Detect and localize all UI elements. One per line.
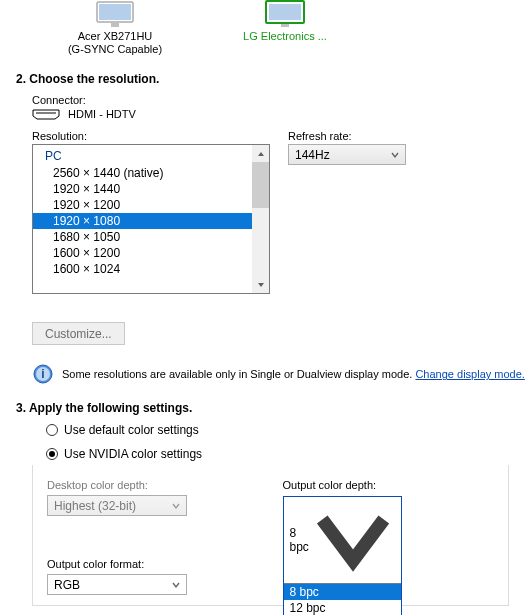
monitor-label: Acer XB271HU (G-SYNC Capable) (60, 30, 170, 56)
resolution-item[interactable]: 1920 × 1080 (33, 213, 252, 229)
dropdown-option[interactable]: 12 bpc (284, 600, 401, 615)
section-2-header: 2. Choose the resolution. (16, 72, 525, 86)
resolution-item[interactable]: 1920 × 1440 (33, 181, 252, 197)
radio-icon (46, 448, 58, 460)
resolution-item[interactable]: 1920 × 1200 (33, 197, 252, 213)
resolution-item[interactable]: 2560 × 1440 (native) (33, 165, 252, 181)
radio-label: Use default color settings (64, 423, 199, 437)
resolution-listbox[interactable]: PC2560 × 1440 (native)1920 × 14401920 × … (32, 144, 270, 294)
section-3-header: 3. Apply the following settings. (16, 401, 525, 415)
resolution-group-header: PC (33, 145, 252, 165)
desktop-color-depth-label: Desktop color depth: (47, 479, 259, 491)
resolution-item[interactable]: 1680 × 1050 (33, 229, 252, 245)
svg-rect-2 (111, 23, 119, 27)
monitor-lg[interactable]: LG Electronics ... (230, 0, 340, 56)
resolution-label: Resolution: (32, 130, 270, 142)
radio-label: Use NVIDIA color settings (64, 447, 202, 461)
dropdown-value: RGB (54, 578, 80, 592)
refresh-rate-value: 144Hz (295, 148, 330, 162)
refresh-rate-label: Refresh rate: (288, 130, 406, 142)
info-text: Some resolutions are available only in S… (62, 368, 525, 380)
scrollbar[interactable] (252, 145, 269, 293)
dropdown-option[interactable]: 8 bpc (284, 584, 401, 600)
change-display-mode-link[interactable]: Change display mode. (415, 368, 524, 380)
monitor-acer[interactable]: Acer XB271HU (G-SYNC Capable) (60, 0, 170, 56)
svg-rect-5 (281, 24, 289, 27)
chevron-down-icon (172, 581, 180, 589)
svg-rect-4 (269, 4, 301, 20)
scroll-down-button[interactable] (252, 276, 269, 293)
hdmi-icon (32, 108, 60, 120)
refresh-rate-dropdown[interactable]: 144Hz (288, 144, 406, 165)
dropdown-value: Highest (32-bit) (54, 499, 136, 513)
chevron-down-icon (312, 499, 394, 581)
svg-rect-1 (99, 4, 131, 20)
monitor-icon (95, 0, 135, 28)
dropdown-value: 8 bpc (290, 526, 313, 554)
desktop-color-depth-dropdown[interactable]: Highest (32-bit) (47, 495, 187, 516)
connector-label: Connector: (32, 94, 525, 106)
info-icon: i (32, 363, 54, 385)
chevron-down-icon (391, 151, 399, 159)
scroll-up-button[interactable] (252, 145, 269, 162)
scroll-thumb[interactable] (252, 162, 269, 208)
scroll-track[interactable] (252, 162, 269, 276)
resolution-item[interactable]: 1600 × 1024 (33, 261, 252, 277)
chevron-down-icon (172, 502, 180, 510)
output-color-depth-label: Output color depth: (283, 479, 495, 491)
radio-icon (46, 424, 58, 436)
output-color-format-label: Output color format: (47, 558, 259, 570)
connector-value: HDMI - HDTV (68, 108, 136, 120)
nvidia-color-group: Desktop color depth: Highest (32-bit) Ou… (32, 465, 509, 606)
radio-nvidia-color[interactable]: Use NVIDIA color settings (46, 447, 525, 461)
svg-text:i: i (41, 367, 44, 381)
resolution-item[interactable]: 1600 × 1200 (33, 245, 252, 261)
customize-button[interactable]: Customize... (32, 322, 125, 345)
monitor-label: LG Electronics ... (230, 30, 340, 43)
monitor-icon (265, 0, 305, 28)
radio-default-color[interactable]: Use default color settings (46, 423, 525, 437)
output-color-depth-dropdown[interactable]: 8 bpc 8 bpc12 bpc (283, 496, 402, 615)
output-color-format-dropdown[interactable]: RGB (47, 574, 187, 595)
